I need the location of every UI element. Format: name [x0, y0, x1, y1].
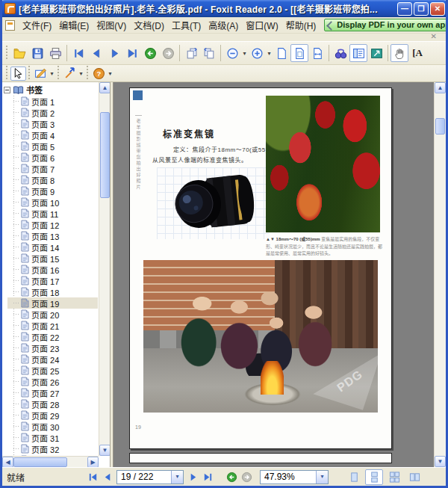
- menu-item[interactable]: 文档(D): [130, 17, 168, 33]
- annotation-tool-button[interactable]: [33, 67, 49, 81]
- bookmark-item[interactable]: 页面 28: [7, 398, 98, 410]
- fit-width-button[interactable]: [308, 44, 326, 62]
- bookmark-item[interactable]: 页面 7: [7, 163, 98, 174]
- first-page-button[interactable]: [85, 469, 100, 484]
- scrollbar-thumb[interactable]: [13, 457, 67, 467]
- first-page-button[interactable]: [69, 44, 87, 62]
- bookmark-item[interactable]: 页面 23: [7, 342, 98, 353]
- bookmark-item[interactable]: 页面 21: [7, 320, 98, 331]
- bookmark-item[interactable]: 页面 8: [7, 174, 98, 185]
- bookmark-item[interactable]: 页面 29: [7, 410, 98, 421]
- toolbar-grip[interactable]: [57, 66, 60, 81]
- bookmark-item[interactable]: 页面 17: [7, 275, 98, 286]
- toolbar-grip[interactable]: [87, 66, 89, 81]
- actual-size-button[interactable]: [273, 44, 290, 62]
- menu-item[interactable]: 工具(T): [168, 17, 205, 33]
- link-tool-button[interactable]: [62, 67, 78, 81]
- full-screen-button[interactable]: [367, 44, 385, 62]
- scroll-left-icon[interactable]: ◀: [2, 457, 13, 468]
- bookmark-item[interactable]: 页面 32: [7, 443, 98, 454]
- page-number-combo[interactable]: 19 / 222 ▾: [116, 470, 184, 484]
- facing-layout-button[interactable]: [405, 469, 423, 485]
- continuous-layout-button[interactable]: [365, 469, 383, 485]
- bookmark-item[interactable]: 页面 14: [7, 241, 98, 253]
- zoom-out-dropdown[interactable]: ▾: [241, 50, 248, 57]
- bookmark-item[interactable]: 页面 30: [7, 421, 98, 432]
- page-number-value[interactable]: 19 / 222: [117, 472, 171, 482]
- menu-item[interactable]: 编辑(E): [55, 17, 93, 33]
- minimize-button[interactable]: —: [397, 2, 412, 16]
- bookmark-item[interactable]: 页面 18: [7, 286, 98, 297]
- help-button[interactable]: ?: [91, 67, 107, 81]
- save-button[interactable]: [28, 44, 46, 62]
- bookmark-item[interactable]: 页面 15: [7, 253, 98, 264]
- bookmark-item[interactable]: 页面 31: [7, 432, 98, 443]
- scrollbar-thumb[interactable]: [100, 112, 110, 198]
- rotate-right-button[interactable]: [200, 44, 218, 62]
- bookmark-item[interactable]: 页面 9: [7, 185, 98, 197]
- menu-item[interactable]: 文件(F): [19, 17, 55, 33]
- help-dropdown[interactable]: ▾: [107, 70, 113, 77]
- bookmark-item[interactable]: 页面 19: [7, 297, 98, 309]
- bookmarks-panel-button[interactable]: [349, 44, 367, 62]
- bookmark-item[interactable]: 页面 6: [7, 152, 98, 163]
- go-forward-button[interactable]: [159, 44, 177, 62]
- bookmarks-root[interactable]: 书签: [4, 84, 98, 96]
- scroll-right-icon[interactable]: ▶: [87, 457, 99, 468]
- menu-item[interactable]: 窗口(W): [242, 17, 281, 33]
- rotate-left-button[interactable]: [182, 44, 200, 62]
- document-vertical-scrollbar[interactable]: ▲ ▼: [434, 82, 446, 467]
- menu-item[interactable]: 帮助(H): [282, 17, 320, 33]
- bookmark-item[interactable]: 页面 3: [7, 118, 98, 129]
- zoom-out-button[interactable]: [223, 44, 241, 62]
- bookmark-item[interactable]: 页面 26: [7, 376, 98, 387]
- next-page-button[interactable]: [185, 469, 200, 484]
- document-view[interactable]: 老羊摄影班带您拍出好照片 标准变焦镜 定义：焦段介于18mm～70(或55)mm…: [113, 82, 446, 467]
- mdi-close-button[interactable]: ✕: [431, 32, 437, 40]
- select-text-button[interactable]: [A: [408, 44, 426, 62]
- previous-page-button[interactable]: [100, 469, 115, 484]
- bookmark-item[interactable]: 页面 22: [7, 331, 98, 342]
- scroll-up-icon[interactable]: ▲: [99, 82, 111, 93]
- zoom-in-dropdown[interactable]: ▾: [266, 50, 273, 57]
- single-page-layout-button[interactable]: [345, 469, 363, 485]
- bookmark-item[interactable]: 页面 11: [7, 208, 98, 219]
- zoom-level-value[interactable]: 47.93%: [261, 472, 316, 482]
- bookmark-item[interactable]: 页面 13: [7, 230, 98, 241]
- go-forward-button[interactable]: [239, 469, 254, 484]
- find-button[interactable]: [332, 44, 349, 62]
- last-page-button[interactable]: [200, 469, 215, 484]
- hand-tool-button[interactable]: [391, 44, 408, 62]
- link-tool-dropdown[interactable]: ▾: [78, 70, 84, 77]
- scrollbar-thumb[interactable]: [435, 118, 445, 135]
- scroll-up-icon[interactable]: ▲: [435, 82, 446, 93]
- bookmark-item[interactable]: 页面 20: [7, 309, 98, 320]
- menu-item[interactable]: 视图(V): [93, 17, 130, 33]
- menu-item[interactable]: 高级(A): [205, 17, 242, 33]
- toolbar-grip[interactable]: [28, 66, 31, 81]
- chevron-down-icon[interactable]: ▾: [171, 471, 183, 484]
- open-button[interactable]: [10, 44, 28, 62]
- bookmark-item[interactable]: 页面 5: [7, 140, 98, 152]
- scroll-down-icon[interactable]: ▼: [99, 445, 111, 456]
- go-back-button[interactable]: [224, 469, 239, 484]
- last-page-button[interactable]: [123, 44, 141, 62]
- bookmark-item[interactable]: 页面 1: [7, 96, 98, 107]
- print-button[interactable]: [46, 44, 64, 62]
- promo-button[interactable]: Display PDF in your own applications: [324, 19, 448, 31]
- bookmark-item[interactable]: 页面 24: [7, 353, 98, 365]
- chevron-down-icon[interactable]: ▾: [316, 471, 328, 484]
- zoom-in-button[interactable]: [248, 44, 266, 62]
- toolbar-grip[interactable]: [6, 66, 8, 81]
- collapse-icon[interactable]: [4, 87, 10, 93]
- sidebar-horizontal-scrollbar[interactable]: ◀ ▶: [2, 456, 99, 467]
- bookmark-item[interactable]: 页面 4: [7, 129, 98, 140]
- bookmark-item[interactable]: 页面 2: [7, 107, 98, 118]
- bookmark-item[interactable]: 页面 25: [7, 365, 98, 376]
- next-page-button[interactable]: [105, 44, 123, 62]
- bookmark-item[interactable]: 页面 16: [7, 264, 98, 275]
- toolbar-grip[interactable]: [6, 46, 8, 61]
- maximize-button[interactable]: ❐: [414, 2, 429, 16]
- bookmark-item[interactable]: 页面 10: [7, 197, 98, 208]
- fit-page-button[interactable]: [290, 44, 308, 62]
